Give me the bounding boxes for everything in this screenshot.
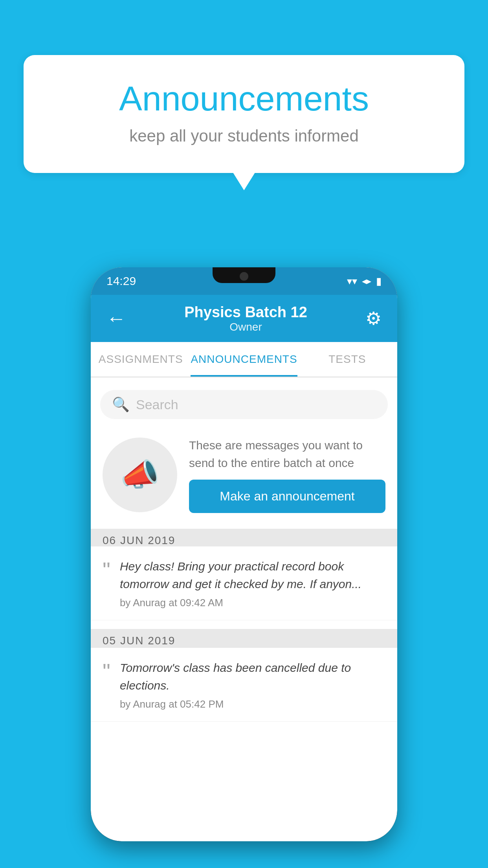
status-icons: ▾▾ ◂▸ ▮	[347, 275, 382, 287]
tab-tests[interactable]: TESTS	[297, 342, 397, 377]
bubble-title: Announcements	[55, 79, 433, 119]
phone-frame: 14:29 ▾▾ ◂▸ ▮ ← Physics Batch 12 Owner ⚙…	[91, 267, 397, 841]
app-bar: ← Physics Batch 12 Owner ⚙	[91, 295, 397, 342]
date-header-text-june5: 05 JUN 2019	[103, 634, 175, 647]
phone-camera	[240, 272, 248, 281]
battery-icon: ▮	[376, 275, 382, 287]
app-bar-title: Physics Batch 12	[184, 304, 307, 321]
announcement-item-1[interactable]: " Hey class! Bring your practical record…	[91, 546, 397, 620]
tab-assignments[interactable]: ASSIGNMENTS	[91, 342, 191, 377]
status-time: 14:29	[106, 274, 136, 288]
app-bar-subtitle: Owner	[184, 321, 307, 333]
app-bar-title-group: Physics Batch 12 Owner	[184, 304, 307, 333]
make-announcement-button[interactable]: Make an announcement	[189, 480, 385, 513]
search-input-wrapper[interactable]: 🔍 Search	[100, 390, 388, 419]
quote-icon-1: "	[103, 559, 110, 581]
wifi-icon: ▾▾	[347, 275, 357, 287]
announcement-content-2: Tomorrow's class has been cancelled due …	[120, 659, 385, 710]
announcement-meta-1: by Anurag at 09:42 AM	[120, 597, 385, 609]
back-button[interactable]: ←	[106, 307, 126, 330]
announcement-item-2[interactable]: " Tomorrow's class has been cancelled du…	[91, 648, 397, 722]
signal-icon: ◂▸	[362, 276, 371, 287]
announcement-promo-right: These are messages you want to send to t…	[189, 436, 385, 513]
bubble-subtitle: keep all your students informed	[55, 127, 433, 145]
search-placeholder: Search	[136, 397, 178, 412]
announcement-content-1: Hey class! Bring your practical record b…	[120, 557, 385, 609]
tabs-bar: ASSIGNMENTS ANNOUNCEMENTS TESTS	[91, 342, 397, 377]
settings-icon[interactable]: ⚙	[365, 308, 382, 329]
announcement-text-2: Tomorrow's class has been cancelled due …	[120, 659, 385, 694]
announcement-icon-circle: 📣	[103, 438, 177, 512]
quote-icon-2: "	[103, 660, 110, 682]
phone-screen: 14:29 ▾▾ ◂▸ ▮ ← Physics Batch 12 Owner ⚙…	[91, 267, 397, 841]
speech-bubble-container: Announcements keep all your students inf…	[24, 55, 464, 173]
search-icon: 🔍	[112, 396, 130, 413]
date-header-text-june6: 06 JUN 2019	[103, 534, 175, 547]
megaphone-icon: 📣	[120, 456, 160, 493]
announcement-promo-description: These are messages you want to send to t…	[189, 436, 385, 472]
announcement-text-1: Hey class! Bring your practical record b…	[120, 557, 385, 593]
announcement-promo: 📣 These are messages you want to send to…	[91, 425, 397, 529]
announcement-meta-2: by Anurag at 05:42 PM	[120, 698, 385, 710]
search-bar: 🔍 Search	[91, 384, 397, 425]
speech-bubble: Announcements keep all your students inf…	[24, 55, 464, 173]
tab-announcements[interactable]: ANNOUNCEMENTS	[191, 342, 297, 377]
